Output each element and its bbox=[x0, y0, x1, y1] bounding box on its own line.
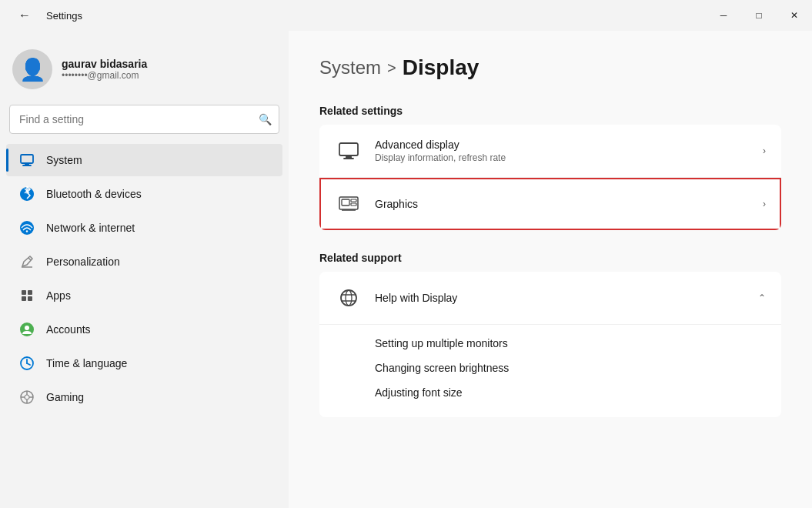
breadcrumb-parent: System bbox=[319, 57, 381, 79]
advanced-display-row[interactable]: Advanced display Display information, re… bbox=[319, 125, 781, 178]
sidebar-item-accounts[interactable]: Accounts bbox=[6, 313, 282, 346]
related-support-title: Related support bbox=[319, 252, 781, 264]
svg-rect-9 bbox=[22, 296, 26, 301]
svg-rect-22 bbox=[339, 143, 358, 155]
sidebar-item-time[interactable]: Time & language bbox=[6, 347, 282, 379]
personalization-icon bbox=[18, 253, 35, 270]
svg-point-17 bbox=[25, 395, 29, 399]
sidebar-item-personalization[interactable]: Personalization bbox=[6, 246, 282, 278]
svg-rect-26 bbox=[342, 199, 349, 206]
avatar-icon: 👤 bbox=[19, 57, 46, 82]
svg-line-15 bbox=[27, 363, 30, 365]
graphics-title: Graphics bbox=[375, 198, 763, 210]
network-icon bbox=[18, 219, 35, 236]
svg-rect-8 bbox=[28, 290, 32, 295]
minimize-button[interactable]: ─ bbox=[706, 0, 741, 31]
advanced-display-subtitle: Display information, refresh rate bbox=[375, 152, 763, 163]
sidebar-label-accounts: Accounts bbox=[46, 323, 91, 336]
help-display-icon bbox=[335, 284, 363, 312]
sidebar-item-gaming[interactable]: Gaming bbox=[6, 381, 282, 413]
svg-point-12 bbox=[25, 326, 29, 330]
svg-rect-0 bbox=[21, 155, 33, 163]
main-content: System > Display Related settings bbox=[289, 31, 812, 508]
titlebar: ← Settings ─ □ ✕ bbox=[0, 0, 812, 31]
sidebar-label-time: Time & language bbox=[46, 357, 127, 369]
related-settings-title: Related settings bbox=[319, 105, 781, 117]
advanced-display-title: Advanced display bbox=[375, 139, 763, 151]
titlebar-left: ← Settings bbox=[12, 0, 82, 31]
support-link-monitors[interactable]: Setting up multiple monitors bbox=[375, 331, 726, 356]
graphics-icon bbox=[335, 190, 363, 218]
search-box: 🔍 bbox=[9, 105, 279, 134]
user-profile: 👤 gaurav bidasaria ••••••••@gmail.com bbox=[0, 37, 289, 105]
time-icon bbox=[18, 355, 35, 372]
svg-rect-27 bbox=[351, 199, 356, 202]
svg-rect-10 bbox=[28, 296, 32, 301]
sidebar: 👤 gaurav bidasaria ••••••••@gmail.com 🔍 bbox=[0, 31, 289, 508]
breadcrumb-separator: > bbox=[387, 59, 396, 77]
help-display-row[interactable]: Help with Display ⌃ bbox=[319, 272, 781, 324]
support-link-font[interactable]: Adjusting font size bbox=[375, 380, 726, 405]
advanced-display-icon bbox=[335, 137, 363, 165]
user-name: gaurav bidasaria bbox=[62, 58, 147, 70]
settings-window: ← Settings ─ □ ✕ 👤 gaurav bidasaria ••••… bbox=[0, 0, 812, 508]
graphics-text: Graphics bbox=[375, 198, 763, 210]
sidebar-label-network: Network & internet bbox=[46, 222, 135, 234]
sidebar-label-gaming: Gaming bbox=[46, 391, 84, 403]
related-settings-card: Advanced display Display information, re… bbox=[319, 125, 781, 230]
svg-rect-23 bbox=[346, 156, 352, 158]
avatar: 👤 bbox=[12, 49, 52, 89]
breadcrumb: System > Display bbox=[319, 55, 781, 80]
close-button[interactable]: ✕ bbox=[777, 0, 812, 31]
svg-point-31 bbox=[346, 290, 352, 306]
help-display-chevron: ⌃ bbox=[758, 292, 766, 303]
accounts-icon bbox=[18, 321, 35, 338]
search-input[interactable] bbox=[9, 105, 279, 134]
sidebar-item-bluetooth[interactable]: Bluetooth & devices bbox=[6, 178, 282, 210]
search-icon: 🔍 bbox=[259, 113, 272, 125]
content-area: 👤 gaurav bidasaria ••••••••@gmail.com 🔍 bbox=[0, 31, 812, 508]
user-info: gaurav bidasaria ••••••••@gmail.com bbox=[62, 58, 147, 81]
advanced-display-text: Advanced display Display information, re… bbox=[375, 139, 763, 163]
svg-point-30 bbox=[341, 290, 356, 306]
svg-rect-7 bbox=[22, 290, 26, 295]
sidebar-label-personalization: Personalization bbox=[46, 256, 120, 268]
advanced-display-chevron: › bbox=[763, 145, 766, 156]
gaming-icon bbox=[18, 389, 35, 406]
sidebar-label-apps: Apps bbox=[46, 289, 71, 302]
related-support-card: Help with Display ⌃ Setting up multiple … bbox=[319, 272, 781, 417]
back-button[interactable]: ← bbox=[12, 0, 37, 31]
svg-rect-28 bbox=[351, 203, 356, 206]
graphics-row[interactable]: Graphics › bbox=[319, 178, 781, 230]
breadcrumb-current: Display bbox=[403, 55, 480, 80]
maximize-button[interactable]: □ bbox=[741, 0, 777, 31]
sidebar-item-apps[interactable]: Apps bbox=[6, 279, 282, 312]
sidebar-label-system: System bbox=[46, 154, 82, 166]
sidebar-item-system[interactable]: System bbox=[6, 144, 282, 176]
sidebar-label-bluetooth: Bluetooth & devices bbox=[46, 188, 142, 200]
support-links: Setting up multiple monitors Changing sc… bbox=[319, 324, 781, 417]
titlebar-title: Settings bbox=[46, 10, 82, 22]
user-email: ••••••••@gmail.com bbox=[62, 70, 147, 81]
svg-point-5 bbox=[26, 230, 28, 232]
support-link-brightness[interactable]: Changing screen brightness bbox=[375, 356, 726, 380]
bluetooth-icon bbox=[18, 185, 35, 202]
sidebar-item-network[interactable]: Network & internet bbox=[6, 212, 282, 244]
titlebar-controls: ─ □ ✕ bbox=[706, 0, 812, 31]
help-display-label: Help with Display bbox=[375, 292, 758, 304]
graphics-chevron: › bbox=[763, 199, 766, 209]
apps-icon bbox=[18, 287, 35, 304]
system-icon bbox=[18, 152, 35, 169]
